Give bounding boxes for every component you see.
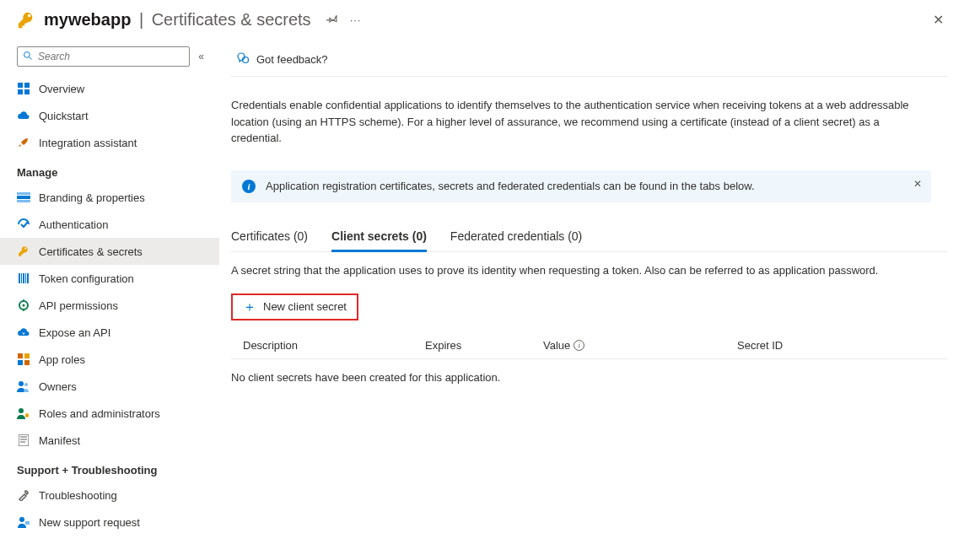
svg-rect-4 <box>18 89 23 94</box>
sidebar-item-roles-and-administrators[interactable]: Roles and administrators <box>0 400 219 427</box>
credentials-description: Credentials enable confidential applicat… <box>231 97 923 147</box>
sidebar-item-label: Token configuration <box>39 272 134 285</box>
tab-federated[interactable]: Federated credentials (0) <box>450 223 582 251</box>
sidebar-item-label: Owners <box>39 380 77 393</box>
svg-rect-18 <box>18 353 23 358</box>
svg-point-24 <box>19 408 24 413</box>
secrets-table-header: Description Expires Value i Secret ID <box>231 332 947 359</box>
sidebar-item-label: Integration assistant <box>39 137 137 149</box>
empty-state-message: No client secrets have been created for … <box>231 359 947 396</box>
sidebar-item-label: Troubleshooting <box>39 489 117 502</box>
sidebar-item-owners[interactable]: Owners <box>0 373 219 400</box>
search-icon <box>23 51 33 63</box>
plus-icon: ＋ <box>243 300 256 314</box>
sidebar-item-label: Expose an API <box>39 326 110 339</box>
rocket-icon <box>17 136 30 149</box>
svg-rect-9 <box>19 273 20 283</box>
info-banner-close[interactable]: ✕ <box>913 178 922 190</box>
info-banner-text: Application registration certificates, s… <box>266 180 755 192</box>
sidebar-item-label: Authentication <box>39 218 108 231</box>
sidebar-item-token-configuration[interactable]: Token configuration <box>0 265 219 292</box>
sidebar-item-troubleshooting[interactable]: Troubleshooting <box>0 482 219 509</box>
page-title: Certificates & secrets <box>152 10 311 30</box>
close-button[interactable]: ✕ <box>929 8 947 31</box>
svg-rect-20 <box>18 360 23 365</box>
value-info-icon[interactable]: i <box>574 340 584 351</box>
sidebar-item-app-roles[interactable]: App roles <box>0 346 219 373</box>
col-secret-id: Secret ID <box>737 339 947 352</box>
sidebar-item-authentication[interactable]: Authentication <box>0 211 219 238</box>
info-banner: i Application registration certificates,… <box>231 170 931 202</box>
admins-icon <box>17 407 30 420</box>
svg-rect-5 <box>24 89 30 94</box>
svg-rect-25 <box>19 434 29 446</box>
support-icon <box>17 515 30 529</box>
auth-icon <box>17 218 30 231</box>
info-icon: i <box>242 180 256 193</box>
sidebar-item-new-support-request[interactable]: New support request <box>0 509 219 536</box>
manifest-icon <box>17 433 30 447</box>
sidebar-item-label: Certificates & secrets <box>39 245 143 258</box>
svg-point-22 <box>19 381 24 386</box>
search-input[interactable] <box>38 51 184 62</box>
main-content: Got feedback? Credentials enable confide… <box>219 43 964 560</box>
svg-line-1 <box>30 57 32 59</box>
sidebar-item-overview[interactable]: Overview <box>0 75 219 102</box>
feedback-label: Got feedback? <box>256 53 328 66</box>
svg-point-15 <box>23 304 25 307</box>
svg-rect-21 <box>24 360 30 365</box>
svg-rect-10 <box>21 273 22 283</box>
wrench-icon <box>17 488 30 502</box>
svg-rect-12 <box>25 273 26 283</box>
sidebar-item-label: New support request <box>39 516 140 529</box>
header-separator: | <box>134 10 148 30</box>
col-value-label: Value <box>543 339 570 352</box>
tab-description: A secret string that the application use… <box>231 264 947 277</box>
page-header: mywebapp | Certificates & secrets ··· ✕ <box>0 0 964 43</box>
sidebar-item-api-permissions[interactable]: API permissions <box>0 292 219 319</box>
svg-rect-3 <box>24 83 30 88</box>
sidebar-item-label: Branding & properties <box>39 191 145 204</box>
tabs: Certificates (0) Client secrets (0) Fede… <box>231 223 947 252</box>
svg-rect-11 <box>23 273 24 283</box>
svg-rect-30 <box>25 521 30 525</box>
svg-point-29 <box>19 517 24 522</box>
sidebar-item-label: App roles <box>39 353 85 366</box>
col-value: Value i <box>543 339 737 352</box>
feedback-icon <box>236 51 250 67</box>
sidebar-item-certificates-secrets[interactable]: Certificates & secrets <box>0 238 219 265</box>
svg-rect-2 <box>18 83 23 88</box>
tab-certificates[interactable]: Certificates (0) <box>231 223 308 251</box>
pin-icon[interactable] <box>326 13 338 27</box>
svg-point-23 <box>24 383 28 386</box>
svg-rect-6 <box>17 196 30 199</box>
search-box[interactable] <box>17 46 190 67</box>
sidebar: « OverviewQuickstartIntegration assistan… <box>0 43 219 560</box>
svg-rect-13 <box>27 273 29 283</box>
tab-client-secrets[interactable]: Client secrets (0) <box>331 223 427 251</box>
col-expires: Expires <box>425 339 543 352</box>
sidebar-item-manifest[interactable]: Manifest <box>0 427 219 454</box>
expose-icon <box>17 326 30 339</box>
sidebar-item-expose-an-api[interactable]: Expose an API <box>0 319 219 346</box>
svg-rect-19 <box>24 353 30 358</box>
sidebar-item-branding-properties[interactable]: Branding & properties <box>0 184 219 211</box>
feedback-button[interactable]: Got feedback? <box>231 48 333 71</box>
new-client-secret-button[interactable]: ＋ New client secret <box>231 293 358 320</box>
more-icon[interactable]: ··· <box>350 13 362 26</box>
sidebar-item-label: Roles and administrators <box>39 407 160 420</box>
sidebar-item-label: Quickstart <box>39 110 89 122</box>
col-description: Description <box>231 339 425 352</box>
sidebar-item-label: API permissions <box>39 299 118 312</box>
grid-icon <box>17 82 30 95</box>
svg-rect-8 <box>17 200 30 202</box>
sidebar-item-quickstart[interactable]: Quickstart <box>0 102 219 129</box>
collapse-sidebar-icon[interactable]: « <box>198 51 204 62</box>
sidebar-item-integration-assistant[interactable]: Integration assistant <box>0 129 219 156</box>
toolbar: Got feedback? <box>231 43 947 77</box>
app-name: mywebapp <box>44 10 131 30</box>
owners-icon <box>17 380 30 393</box>
sidebar-item-label: Overview <box>39 83 84 95</box>
section-manage: Manage <box>0 156 219 184</box>
sidebar-item-label: Manifest <box>39 434 80 447</box>
